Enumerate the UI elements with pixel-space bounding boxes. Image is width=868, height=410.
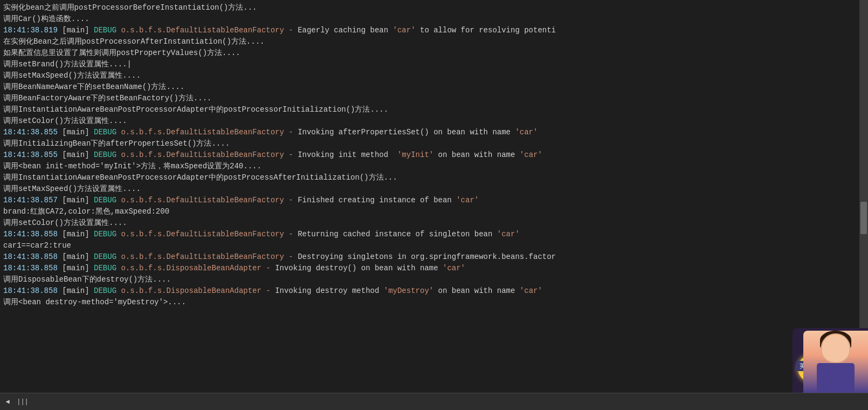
log-line: 调用<bean destroy-method='myDestroy'>.... [2, 297, 866, 308]
log-line: car1==car2:true [2, 240, 866, 251]
log-line: 在实例化Bean之后调用postProcessorAfterInstantiat… [2, 36, 866, 47]
console-window: 实例化bean之前调用postProcessorBeforeInstantiat… [0, 0, 868, 410]
taskbar: ◀ ||| [0, 393, 868, 410]
corner-decoration: 英 [793, 328, 868, 393]
log-line: brand:红旗CA72,color:黑色,maxSpeed:200 [2, 206, 866, 217]
log-line: 调用BeanFactoryAware下的setBeanFactory()方法..… [2, 93, 866, 104]
log-line: 调用setColor()方法设置属性.... [2, 115, 866, 127]
log-line: 调用setMaxSpeed()方法设置属性.... [2, 183, 866, 195]
log-line: 调用setColor()方法设置属性.... [2, 217, 866, 229]
log-line: 调用InstantiationAwareBeanPostProcessorAda… [2, 104, 866, 115]
scroll-left-button[interactable]: ◀ [1, 395, 14, 408]
log-line: 调用Car()构造函数.... [2, 13, 866, 25]
log-line: 18:41:38.855 [main] DEBUG o.s.b.f.s.Defa… [2, 127, 866, 138]
log-line: 调用setBrand()方法设置属性....| [2, 59, 866, 70]
anime-head [821, 333, 851, 363]
scroll-indicator[interactable]: ||| [16, 395, 29, 408]
log-line: 调用InitializingBean下的afterPropertiesSet()… [2, 138, 866, 149]
log-container[interactable]: 实例化bean之前调用postProcessorBeforeInstantiat… [0, 2, 868, 408]
log-line: 18:41:38.857 [main] DEBUG o.s.b.f.s.Defa… [2, 195, 866, 206]
log-line: 实例化bean之前调用postProcessorBeforeInstantiat… [2, 2, 866, 13]
log-line: 18:41:38.858 [main] DEBUG o.s.b.f.s.Defa… [2, 251, 866, 263]
log-line: 调用setMaxSpeed()方法设置属性.... [2, 70, 866, 81]
anime-body [817, 363, 855, 393]
log-line: 如果配置信息里设置了属性则调用postPropertyValues()方法...… [2, 47, 866, 59]
log-line: 18:41:38.858 [main] DEBUG o.s.b.f.s.Disp… [2, 263, 866, 274]
log-line: 18:41:38.855 [main] DEBUG o.s.b.f.s.Defa… [2, 149, 866, 161]
log-line: 18:41:38.858 [main] DEBUG o.s.b.f.s.Defa… [2, 229, 866, 240]
console-content[interactable]: 实例化bean之前调用postProcessorBeforeInstantiat… [0, 0, 868, 410]
anime-character [803, 331, 868, 393]
log-line: 18:41:38.858 [main] DEBUG o.s.b.f.s.Disp… [2, 285, 866, 297]
log-line: 调用BeanNameAware下的setBeanName()方法.... [2, 81, 866, 93]
log-line: 调用DisposableBean下的destroy()方法.... [2, 274, 866, 285]
log-line: 调用<bean init-method='myInit'>方法，将maxSpee… [2, 161, 866, 172]
scrollbar-thumb[interactable] [860, 202, 867, 234]
log-line: 调用InstantiationAwareBeanPostProcessorAda… [2, 172, 866, 183]
log-line: 18:41:38.819 [main] DEBUG o.s.b.f.s.Defa… [2, 25, 866, 36]
